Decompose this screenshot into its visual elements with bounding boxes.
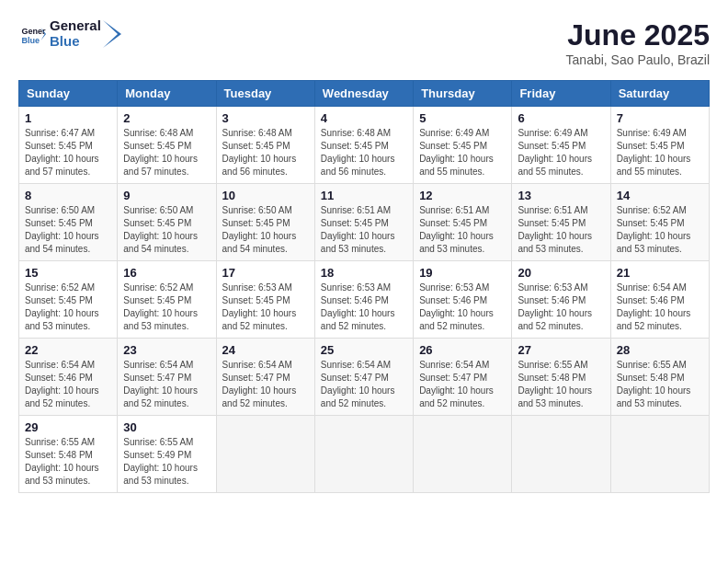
day-number: 5 (419, 111, 506, 125)
day-number: 26 (419, 343, 506, 357)
day-info: Sunrise: 6:54 AM Sunset: 5:46 PM Dayligh… (25, 359, 111, 410)
day-number: 14 (617, 189, 703, 202)
day-number: 30 (123, 420, 210, 434)
calendar-week-row: 1Sunrise: 6:47 AM Sunset: 5:45 PM Daylig… (19, 107, 710, 184)
calendar-day-cell: 9Sunrise: 6:50 AM Sunset: 5:45 PM Daylig… (118, 184, 216, 261)
calendar-day-cell: 27Sunrise: 6:55 AM Sunset: 5:48 PM Dayli… (512, 339, 610, 416)
day-info: Sunrise: 6:54 AM Sunset: 5:47 PM Dayligh… (321, 359, 407, 410)
day-info: Sunrise: 6:48 AM Sunset: 5:45 PM Dayligh… (222, 127, 309, 178)
day-info: Sunrise: 6:47 AM Sunset: 5:45 PM Dayligh… (25, 127, 111, 178)
day-info: Sunrise: 6:52 AM Sunset: 5:45 PM Dayligh… (25, 282, 111, 333)
day-number: 16 (123, 266, 210, 280)
day-info: Sunrise: 6:51 AM Sunset: 5:45 PM Dayligh… (419, 204, 506, 256)
day-info: Sunrise: 6:55 AM Sunset: 5:49 PM Dayligh… (123, 436, 210, 488)
day-info: Sunrise: 6:48 AM Sunset: 5:45 PM Dayligh… (321, 127, 407, 178)
logo-blue: Blue (50, 34, 101, 50)
calendar-day-cell: 29Sunrise: 6:55 AM Sunset: 5:48 PM Dayli… (19, 416, 118, 493)
calendar-day-cell: 1Sunrise: 6:47 AM Sunset: 5:45 PM Daylig… (19, 107, 118, 184)
calendar-day-cell: 20Sunrise: 6:53 AM Sunset: 5:46 PM Dayli… (512, 261, 610, 339)
calendar-week-row: 15Sunrise: 6:52 AM Sunset: 5:45 PM Dayli… (19, 261, 710, 339)
calendar-week-row: 29Sunrise: 6:55 AM Sunset: 5:48 PM Dayli… (19, 416, 710, 493)
calendar-day-cell: 28Sunrise: 6:55 AM Sunset: 5:48 PM Dayli… (610, 339, 709, 416)
day-number: 15 (25, 266, 111, 280)
day-of-week-header: Friday (512, 81, 610, 107)
svg-text:General: General (21, 27, 46, 36)
calendar-day-cell: 16Sunrise: 6:52 AM Sunset: 5:45 PM Dayli… (118, 261, 216, 339)
calendar-day-cell: 3Sunrise: 6:48 AM Sunset: 5:45 PM Daylig… (216, 107, 314, 184)
day-of-week-header: Monday (118, 81, 216, 107)
day-info: Sunrise: 6:54 AM Sunset: 5:47 PM Dayligh… (419, 359, 506, 410)
calendar-day-cell: 22Sunrise: 6:54 AM Sunset: 5:46 PM Dayli… (19, 339, 118, 416)
calendar-day-cell (216, 416, 314, 493)
day-number: 29 (25, 420, 111, 434)
location: Tanabi, Sao Paulo, Brazil (566, 52, 710, 67)
day-number: 11 (321, 189, 407, 202)
day-number: 13 (518, 189, 604, 202)
day-info: Sunrise: 6:49 AM Sunset: 5:45 PM Dayligh… (419, 127, 506, 178)
day-of-week-header: Wednesday (314, 81, 413, 107)
calendar-day-cell: 18Sunrise: 6:53 AM Sunset: 5:46 PM Dayli… (314, 261, 413, 339)
calendar-day-cell: 10Sunrise: 6:50 AM Sunset: 5:45 PM Dayli… (216, 184, 314, 261)
day-of-week-header: Thursday (414, 81, 512, 107)
calendar-day-cell: 12Sunrise: 6:51 AM Sunset: 5:45 PM Dayli… (414, 184, 512, 261)
svg-marker-3 (103, 20, 121, 48)
month-title: June 2025 (566, 18, 710, 52)
day-info: Sunrise: 6:55 AM Sunset: 5:48 PM Dayligh… (617, 359, 703, 410)
day-number: 2 (123, 111, 210, 125)
calendar-day-cell (414, 416, 512, 493)
day-number: 28 (617, 343, 703, 357)
day-info: Sunrise: 6:53 AM Sunset: 5:46 PM Dayligh… (419, 282, 506, 333)
day-number: 18 (321, 266, 407, 280)
day-number: 8 (25, 189, 111, 202)
day-number: 12 (419, 189, 506, 202)
calendar-day-cell: 14Sunrise: 6:52 AM Sunset: 5:45 PM Dayli… (610, 184, 709, 261)
day-info: Sunrise: 6:50 AM Sunset: 5:45 PM Dayligh… (123, 204, 210, 256)
day-info: Sunrise: 6:53 AM Sunset: 5:45 PM Dayligh… (222, 282, 309, 333)
calendar-day-cell: 30Sunrise: 6:55 AM Sunset: 5:49 PM Dayli… (118, 416, 216, 493)
day-info: Sunrise: 6:54 AM Sunset: 5:46 PM Dayligh… (617, 282, 703, 333)
calendar-day-cell: 21Sunrise: 6:54 AM Sunset: 5:46 PM Dayli… (610, 261, 709, 339)
day-number: 25 (321, 343, 407, 357)
day-number: 17 (222, 266, 309, 280)
day-info: Sunrise: 6:53 AM Sunset: 5:46 PM Dayligh… (518, 282, 604, 333)
calendar-day-cell: 19Sunrise: 6:53 AM Sunset: 5:46 PM Dayli… (414, 261, 512, 339)
day-info: Sunrise: 6:55 AM Sunset: 5:48 PM Dayligh… (518, 359, 604, 410)
day-number: 4 (321, 111, 407, 125)
day-number: 10 (222, 189, 309, 202)
calendar-day-cell: 15Sunrise: 6:52 AM Sunset: 5:45 PM Dayli… (19, 261, 118, 339)
page-header: General Blue General Blue June 2025 Tana… (18, 18, 710, 67)
title-block: June 2025 Tanabi, Sao Paulo, Brazil (566, 18, 710, 67)
day-of-week-header: Tuesday (216, 81, 314, 107)
calendar-day-cell (512, 416, 610, 493)
calendar-week-row: 22Sunrise: 6:54 AM Sunset: 5:46 PM Dayli… (19, 339, 710, 416)
day-info: Sunrise: 6:52 AM Sunset: 5:45 PM Dayligh… (123, 282, 210, 333)
day-info: Sunrise: 6:48 AM Sunset: 5:45 PM Dayligh… (123, 127, 210, 178)
calendar-day-cell (314, 416, 413, 493)
day-info: Sunrise: 6:49 AM Sunset: 5:45 PM Dayligh… (617, 127, 703, 178)
day-number: 6 (518, 111, 604, 125)
calendar-day-cell: 6Sunrise: 6:49 AM Sunset: 5:45 PM Daylig… (512, 107, 610, 184)
calendar-day-cell: 2Sunrise: 6:48 AM Sunset: 5:45 PM Daylig… (118, 107, 216, 184)
calendar-day-cell: 4Sunrise: 6:48 AM Sunset: 5:45 PM Daylig… (314, 107, 413, 184)
day-number: 23 (123, 343, 210, 357)
day-number: 9 (123, 189, 210, 202)
calendar-day-cell: 8Sunrise: 6:50 AM Sunset: 5:45 PM Daylig… (19, 184, 118, 261)
day-number: 27 (518, 343, 604, 357)
day-info: Sunrise: 6:54 AM Sunset: 5:47 PM Dayligh… (123, 359, 210, 410)
day-number: 20 (518, 266, 604, 280)
day-of-week-header: Sunday (19, 81, 118, 107)
calendar-table: SundayMondayTuesdayWednesdayThursdayFrid… (18, 80, 710, 493)
calendar-day-cell: 5Sunrise: 6:49 AM Sunset: 5:45 PM Daylig… (414, 107, 512, 184)
day-info: Sunrise: 6:50 AM Sunset: 5:45 PM Dayligh… (222, 204, 309, 256)
day-info: Sunrise: 6:52 AM Sunset: 5:45 PM Dayligh… (617, 204, 703, 256)
logo-arrow-icon (103, 20, 125, 48)
day-info: Sunrise: 6:51 AM Sunset: 5:45 PM Dayligh… (518, 204, 604, 256)
day-number: 22 (25, 343, 111, 357)
logo: General Blue General Blue (18, 18, 125, 49)
calendar-day-cell: 24Sunrise: 6:54 AM Sunset: 5:47 PM Dayli… (216, 339, 314, 416)
day-number: 1 (25, 111, 111, 125)
calendar-week-row: 8Sunrise: 6:50 AM Sunset: 5:45 PM Daylig… (19, 184, 710, 261)
calendar-header-row: SundayMondayTuesdayWednesdayThursdayFrid… (19, 81, 710, 107)
day-info: Sunrise: 6:50 AM Sunset: 5:45 PM Dayligh… (25, 204, 111, 256)
day-info: Sunrise: 6:55 AM Sunset: 5:48 PM Dayligh… (25, 436, 111, 488)
